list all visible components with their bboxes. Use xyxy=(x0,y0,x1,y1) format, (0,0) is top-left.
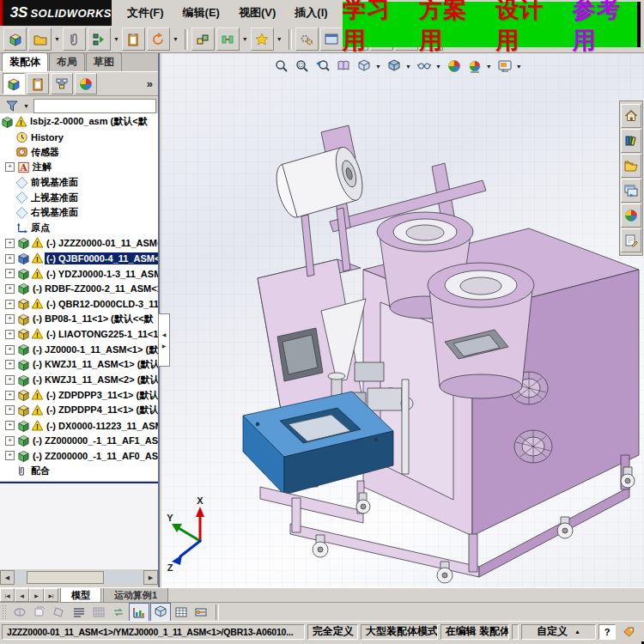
menu-1[interactable]: 文件(F) xyxy=(118,2,173,24)
apply-scene-button[interactable] xyxy=(465,56,485,76)
motion-grid-button[interactable] xyxy=(89,604,108,621)
tree-item[interactable]: 传感器 xyxy=(0,144,158,160)
resources-tab[interactable] xyxy=(621,104,641,128)
tree-item[interactable]: +(-) BP08-1_11<1> (默认<<默 xyxy=(0,312,158,327)
tree-item[interactable]: 前视基准面 xyxy=(0,175,158,191)
tree-expand-box[interactable]: + xyxy=(5,284,15,294)
tree-expand-box[interactable]: + xyxy=(5,269,15,278)
tree-horizontal-scrollbar[interactable]: ◀ ▶ xyxy=(0,571,158,584)
open-button-dropdown-arrow[interactable]: ▼ xyxy=(54,36,60,42)
tree-expand-box[interactable]: + xyxy=(5,421,15,430)
tree-item[interactable]: +(-) ZZ000000_-1_11_AF1_ASM xyxy=(0,433,158,448)
tree-item[interactable]: +!(-) ZDPDPP4_11<1> (默认 xyxy=(0,403,158,418)
view-orientation-button-dropdown-arrow[interactable]: ▼ xyxy=(375,64,381,70)
view-settings-button[interactable] xyxy=(495,56,515,76)
tree-item[interactable]: History xyxy=(0,130,158,145)
filter-input[interactable] xyxy=(33,99,156,113)
mate-button-dropdown-arrow[interactable]: ▼ xyxy=(242,36,248,42)
move-component-button[interactable] xyxy=(191,27,215,51)
apply-scene-button-dropdown-arrow[interactable]: ▼ xyxy=(486,64,492,70)
tree-item[interactable]: 原点 xyxy=(0,221,158,236)
attachments-button[interactable] xyxy=(63,27,86,51)
tree-item[interactable]: +(-) ZZ000000_-1_11_AF0_ASM xyxy=(0,448,158,464)
menu-4[interactable]: 插入(I) xyxy=(286,2,336,24)
motion-lines-button[interactable] xyxy=(70,604,88,621)
tree-item[interactable]: +(-) RDBF-ZZ000-2_11_ASM<1 xyxy=(0,282,158,297)
view-palette-tab[interactable] xyxy=(621,179,641,203)
tree-expand-box[interactable]: + xyxy=(5,436,15,446)
tree-expand-box[interactable]: + xyxy=(5,360,15,369)
tree-item[interactable]: +!(-) LIAOTONG225-1_11<1> xyxy=(0,327,158,343)
motion-table-button[interactable] xyxy=(172,604,191,621)
panel-tab-3[interactable]: 草图 xyxy=(86,52,122,71)
tree-item[interactable]: +A注解 xyxy=(0,160,158,175)
tree-expand-box[interactable]: + xyxy=(5,345,15,355)
hide-show-items-button[interactable] xyxy=(414,56,434,76)
insert-component-button-dropdown-arrow[interactable]: ▼ xyxy=(113,36,119,42)
tree-item[interactable]: +(-) JZ0000-1_11_ASM<1> (默 xyxy=(0,342,158,357)
open-button[interactable] xyxy=(28,27,52,51)
propertymanager-tab[interactable] xyxy=(27,73,49,94)
tree-expand-box[interactable]: + xyxy=(5,239,15,248)
tab-nav-button-3[interactable]: ▶ xyxy=(29,588,44,602)
view-orientation-button[interactable] xyxy=(354,56,374,76)
display-style-button[interactable] xyxy=(384,56,404,76)
filter-dropdown-arrow[interactable]: ▼ xyxy=(23,103,29,109)
appearances-tab[interactable] xyxy=(621,204,641,228)
tree-expand-box[interactable]: + xyxy=(5,451,15,460)
mate-button[interactable] xyxy=(216,27,240,51)
tree-item[interactable]: 右视基准面 xyxy=(0,205,158,221)
edit-appearance-button[interactable] xyxy=(444,56,465,76)
motion-swap-button[interactable] xyxy=(109,604,128,621)
reuse-component-button[interactable] xyxy=(147,27,170,51)
status-custom-dropdown[interactable]: 自定义 ▲ xyxy=(521,624,597,640)
previous-view-button[interactable] xyxy=(313,56,333,76)
reuse-component-button-dropdown-arrow[interactable]: ▼ xyxy=(173,36,179,42)
hide-show-items-button-dropdown-arrow[interactable]: ▼ xyxy=(435,64,441,70)
machine-assembly-model[interactable]: X Y Z xyxy=(161,53,644,587)
tree-expand-box[interactable]: + xyxy=(5,162,15,172)
manager-overflow-button[interactable]: » xyxy=(147,77,153,90)
tree-item[interactable]: +!(-) ZDPDPP3_11<1> (默认 xyxy=(0,387,158,403)
featuremanager-tab[interactable] xyxy=(3,73,25,94)
scroll-right-button[interactable]: ▶ xyxy=(143,570,158,585)
motion-disc-button[interactable] xyxy=(10,604,29,621)
zoom-fit-button[interactable] xyxy=(271,56,292,76)
panel-tab-1[interactable]: 装配体 xyxy=(2,52,48,71)
tree-item[interactable]: +!(-) QBR12-D000CLD-3_11< xyxy=(0,296,158,312)
smart-fasteners-button[interactable] xyxy=(251,27,274,51)
motion-pour-button[interactable] xyxy=(50,604,69,621)
section-view-button[interactable] xyxy=(333,56,354,76)
tree-expand-box[interactable]: + xyxy=(5,330,15,339)
tree-item[interactable]: +(-) KWZJ1_11_ASM<1> (默认 xyxy=(0,357,158,373)
display-style-button-dropdown-arrow[interactable]: ▼ xyxy=(405,64,411,70)
panel-tab-2[interactable]: 布局 xyxy=(49,52,85,71)
motion-key-button[interactable] xyxy=(191,604,210,621)
tag-icon[interactable] xyxy=(618,624,640,640)
zoom-area-button[interactable] xyxy=(292,56,313,76)
tree-expand-box[interactable]: + xyxy=(5,405,15,415)
insert-component-button[interactable] xyxy=(88,27,111,51)
panel-splitter-flyout[interactable]: ◀▶ xyxy=(158,313,170,367)
component-preview-button[interactable] xyxy=(320,27,343,51)
tree-item[interactable]: +!(-) JZZZ0000-01_11_ASM<1 xyxy=(0,236,158,252)
tree-item[interactable]: +(-) KWZJ1_11_ASM<2> (默认 xyxy=(0,373,158,388)
displaymanager-tab[interactable] xyxy=(75,73,97,94)
tree-item[interactable]: 配合 xyxy=(0,464,158,479)
mate-reference-button[interactable] xyxy=(122,27,145,51)
tab-nav-button-2[interactable]: ◀ xyxy=(15,588,29,602)
tree-expand-box[interactable]: + xyxy=(5,391,15,400)
menu-3[interactable]: 视图(V) xyxy=(230,2,284,24)
configurationmanager-tab[interactable] xyxy=(51,73,73,94)
menu-2[interactable]: 编辑(E) xyxy=(174,2,228,24)
motion-chart-button[interactable] xyxy=(129,603,149,622)
design-library-tab[interactable] xyxy=(621,129,641,153)
tab-nav-button-4[interactable]: ▶| xyxy=(44,588,58,602)
file-explorer-tab[interactable] xyxy=(621,154,641,178)
tree-item[interactable]: !lsbjz-2-0000_asm (默认<默 xyxy=(0,114,158,130)
new-assembly-button[interactable] xyxy=(3,27,27,51)
smart-fasteners-button-dropdown-arrow[interactable]: ▼ xyxy=(276,36,283,42)
tree-item[interactable]: +!(-) YDZJ0000-1-3_11_ASM xyxy=(0,266,158,282)
motion-cube-button[interactable] xyxy=(150,603,171,622)
tree-expand-box[interactable]: + xyxy=(5,375,15,385)
